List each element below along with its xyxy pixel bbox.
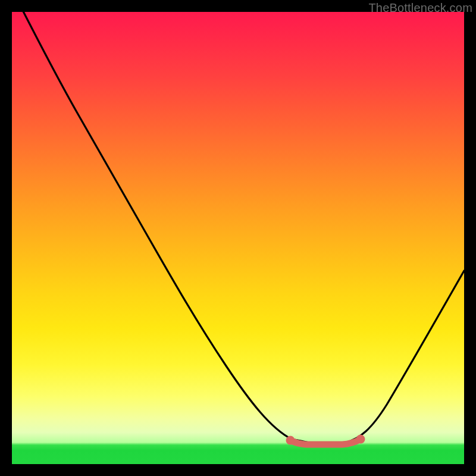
flat-min-right-marker: [356, 435, 365, 444]
chart-frame: [12, 12, 464, 464]
flat-min-segment: [290, 439, 361, 444]
chart-svg: [12, 12, 464, 464]
flat-min-left-marker: [286, 436, 295, 445]
watermark-text: TheBottleneck.com: [368, 1, 472, 15]
bottleneck-curve: [12, 0, 464, 443]
